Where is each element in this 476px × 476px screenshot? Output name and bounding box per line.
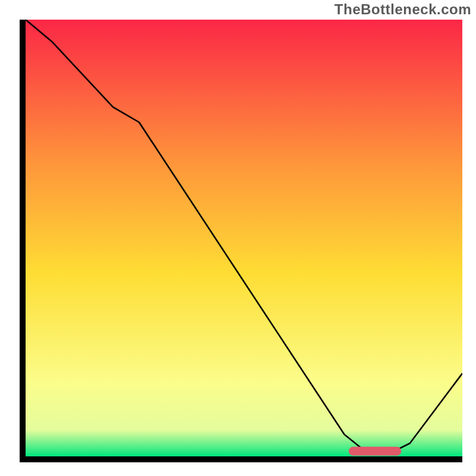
watermark-text: TheBottleneck.com [334,1,471,18]
plot-area [20,20,462,462]
chart-frame: TheBottleneck.com [0,0,476,476]
gradient-bg [26,20,462,456]
chart-svg [26,20,462,456]
